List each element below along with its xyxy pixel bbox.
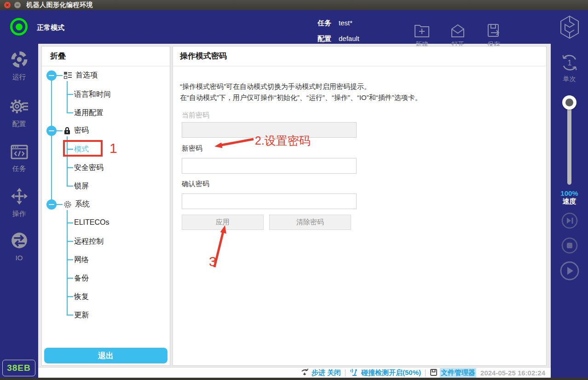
window-title: 机器人图形化编程环境 <box>26 1 93 9</box>
status-datetime: 2024-05-25 16:02:24 <box>480 369 545 377</box>
tree-item-lock-screen[interactable]: 锁屏 <box>74 181 89 191</box>
current-password-label: 当前密码 <box>182 111 209 120</box>
single-cycle-icon: 1 <box>551 52 588 73</box>
tree-node-password[interactable]: 密码 <box>63 126 89 135</box>
task-config-info: 任务test* 配置default <box>317 15 359 47</box>
status-badge: 38EB <box>2 360 35 376</box>
task-label: 任务 <box>317 15 331 31</box>
sidebar-item-config[interactable]: 配置 <box>0 98 38 129</box>
tree-item-elitecos[interactable]: ELITECOs <box>74 218 109 227</box>
io-icon <box>11 232 28 251</box>
bottom-strip <box>0 378 588 380</box>
config-icon <box>10 98 29 117</box>
collapse-icon[interactable] <box>46 126 57 136</box>
status-separator <box>345 369 346 376</box>
operation-mode-password-panel: 操作模式密码 “操作模式密码”可在自动模式切换为手动模式时启用密码提示。 在“自… <box>173 46 547 366</box>
step-mode-icon <box>301 368 309 378</box>
preferences-icon <box>63 71 72 79</box>
svg-text:1: 1 <box>567 58 571 67</box>
sidebar-item-task[interactable]: 任务 <box>0 143 38 173</box>
new-password-field[interactable] <box>182 158 357 174</box>
single-cycle-label: 单次 <box>563 75 576 82</box>
step-next-button[interactable] <box>551 212 588 229</box>
tree-node-preferences[interactable]: 首选项 <box>63 70 98 80</box>
tree-item-language-time[interactable]: 语言和时间 <box>74 90 111 99</box>
speed-slider-knob[interactable] <box>562 95 576 110</box>
description-text: “操作模式密码”可在自动模式切换为手动模式时启用密码提示。 在“自动模式”下，用… <box>180 81 422 103</box>
status-separator <box>425 369 426 376</box>
new-task-icon <box>407 23 437 38</box>
open-task-button[interactable]: 打开 <box>443 23 473 49</box>
file-manager-icon <box>430 368 438 378</box>
tree-node-system[interactable]: 系统 <box>63 199 90 209</box>
speed-slider-track[interactable] <box>567 99 571 185</box>
tree-item-mode[interactable]: 模式 <box>74 145 89 154</box>
system-gear-icon <box>63 200 72 209</box>
step-mode-status[interactable]: 步进 关闭 <box>301 368 341 378</box>
stop-button[interactable] <box>551 237 588 254</box>
file-manager-link[interactable]: 文件管理器 <box>430 368 476 378</box>
tree-item-safety-password[interactable]: 安全密码 <box>74 163 104 173</box>
confirm-password-field[interactable] <box>182 193 357 209</box>
tree-item-remote-control[interactable]: 远程控制 <box>74 237 104 246</box>
app-header: 正常模式 任务test* 配置default 新建 打开 保存 <box>0 10 588 44</box>
collision-detection-status[interactable]: 碰撞检测开启(50%) <box>350 368 421 378</box>
save-button[interactable]: 保存 <box>478 23 509 49</box>
config-label: 配置 <box>317 31 331 47</box>
page-title: 操作模式密码 <box>180 51 227 61</box>
clear-password-button[interactable]: 清除密码 <box>269 215 351 230</box>
status-bar: 步进 关闭 碰撞检测开启(50%) 文件管理器 2024-05-25 16:02… <box>38 367 551 378</box>
brand-logo <box>559 15 581 41</box>
sidebar-item-operate[interactable]: 操作 <box>0 187 38 218</box>
right-control-sidebar: 1 单次 100% 速度 <box>551 44 588 380</box>
task-icon <box>10 143 29 161</box>
speed-label: 速度 <box>551 197 588 206</box>
confirm-password-label: 确认密码 <box>182 180 209 188</box>
apply-button[interactable]: 应用 <box>182 215 264 230</box>
collision-icon <box>350 368 359 378</box>
run-icon <box>11 51 28 70</box>
annotation-number-1: 1 <box>110 140 117 156</box>
settings-tree-panel: 折叠 首选项 语言和时间 通用配置 密码 模式 安全密码 锁屏 系统 <box>41 46 170 366</box>
tree-item-backup[interactable]: 备份 <box>74 274 89 283</box>
annotation-number-3: 3 <box>209 254 217 269</box>
collapse-icon[interactable] <box>46 70 57 81</box>
config-value: default <box>339 31 359 47</box>
description-line-1: “操作模式密码”可在自动模式切换为手动模式时启用密码提示。 <box>180 81 422 92</box>
single-cycle-control[interactable]: 1 单次 <box>551 52 588 83</box>
exit-button[interactable]: 退出 <box>44 348 167 363</box>
close-icon[interactable] <box>4 2 11 8</box>
window-titlebar: 机器人图形化编程环境 <box>0 0 588 10</box>
tree-item-network[interactable]: 网络 <box>74 255 89 265</box>
play-button[interactable] <box>551 261 588 281</box>
tree-item-update[interactable]: 更新 <box>74 310 89 320</box>
left-nav-sidebar: 运行 配置 任务 操作 IO 38EB <box>0 44 38 380</box>
sidebar-item-io[interactable]: IO <box>0 232 38 262</box>
sidebar-item-run[interactable]: 运行 <box>0 51 38 82</box>
mode-label: 正常模式 <box>37 23 64 32</box>
new-task-button[interactable]: 新建 <box>407 23 437 49</box>
robot-status-icon[interactable] <box>10 18 28 35</box>
save-icon <box>478 23 509 38</box>
lock-icon <box>63 126 71 135</box>
tree-title[interactable]: 折叠 <box>50 51 66 61</box>
tree-item-restore[interactable]: 恢复 <box>74 292 89 302</box>
operate-icon <box>11 187 28 206</box>
new-password-label: 新密码 <box>182 144 202 153</box>
tree-item-general-config[interactable]: 通用配置 <box>74 108 104 118</box>
current-password-field[interactable] <box>182 122 357 138</box>
speed-value: 100% <box>551 189 588 197</box>
open-task-icon <box>443 23 473 38</box>
minimize-icon[interactable] <box>14 2 21 8</box>
task-value: test* <box>339 15 352 31</box>
description-line-2: 在“自动模式”下，用户仅可操作“初始化”、“运行”、“操作”、“IO”和“插件”… <box>180 92 422 103</box>
collapse-icon[interactable] <box>46 199 57 210</box>
